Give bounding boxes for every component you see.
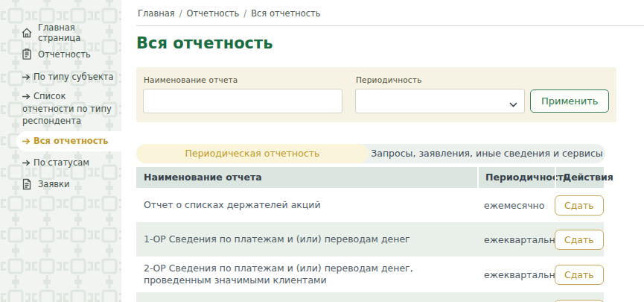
document-icon	[21, 178, 33, 190]
sidebar-item-home[interactable]: Главная страница	[0, 25, 121, 40]
periodicity-label: Периодичность	[356, 75, 525, 84]
table-row: 1-ОР Сведения по платежам и (или) перево…	[136, 222, 604, 257]
breadcrumb-separator: /	[243, 8, 246, 19]
sidebar-item-by-subject-type[interactable]: По типу субъекта	[0, 69, 121, 86]
report-name-field: Наименование отчета	[143, 75, 342, 113]
main-content: Главная / Отчетность / Вся отчетность Вс…	[121, 0, 644, 302]
arrow-right-icon	[22, 136, 31, 148]
apply-button[interactable]: Применить	[530, 89, 609, 113]
sidebar-item-applications[interactable]: Заявки	[0, 177, 121, 192]
sidebar-item-label: Главная страница	[38, 22, 117, 43]
report-periodicity: ежеквартально	[477, 269, 555, 280]
report-periodicity: ежеквартально	[477, 234, 555, 245]
table-header-row: Наименование отчета Периодичность Действ…	[136, 167, 604, 188]
sidebar-item-label: По статусам	[34, 157, 89, 168]
table-row: 2-ОР Сведения по платежам и (или) перево…	[136, 257, 604, 292]
sidebar-nav: Главная страница Отчетность По типу субъ…	[0, 0, 121, 192]
report-name-label: Наименование отчета	[144, 75, 342, 84]
report-name: 2-ОР Сведения по платежам и (или) перево…	[136, 257, 477, 292]
submit-report-button[interactable]: Сдать	[555, 265, 604, 285]
breadcrumb-link-home[interactable]: Главная	[138, 8, 175, 19]
clipboard-icon	[21, 48, 33, 60]
filter-panel: Наименование отчета Периодичность Примен…	[136, 67, 616, 122]
tab-requests-services[interactable]: Запросы, заявления, иные сведения и серв…	[358, 144, 605, 163]
report-name: Отчет о списках держателей акций	[136, 193, 477, 217]
table-row: Опрос банков по кредитованию ежекварталь…	[136, 292, 604, 302]
arrow-right-icon	[22, 157, 31, 169]
breadcrumb-link-reports[interactable]: Отчетность	[187, 8, 240, 19]
report-name: 1-ОР Сведения по платежам и (или) перево…	[136, 227, 477, 251]
report-name-input[interactable]	[143, 89, 342, 113]
sidebar-item-label: Заявки	[38, 179, 70, 189]
breadcrumb-divider	[136, 25, 644, 26]
breadcrumb-current: Вся отчетность	[251, 8, 320, 19]
report-periodicity: ежемесячно	[477, 200, 555, 211]
sidebar-item-by-status[interactable]: По статусам	[0, 154, 121, 172]
table-header-periodicity: Периодичность	[477, 167, 555, 188]
sidebar-item-label: Список отчетности по типу респондента	[22, 91, 112, 126]
sidebar-item-label: Вся отчетность	[34, 136, 109, 146]
periodicity-select[interactable]	[355, 89, 525, 113]
tabs: Периодическая отчетность Запросы, заявле…	[136, 144, 605, 163]
arrow-right-icon	[22, 91, 31, 103]
home-icon	[21, 27, 33, 39]
sidebar-item-reports[interactable]: Отчетность	[0, 47, 121, 62]
submit-report-button[interactable]: Сдать	[555, 195, 604, 216]
chevron-down-icon	[509, 98, 517, 110]
sidebar-item-all-reports[interactable]: Вся отчетность	[16, 131, 121, 151]
reports-table: Наименование отчета Периодичность Действ…	[136, 167, 604, 302]
periodicity-field: Периодичность	[355, 75, 525, 113]
breadcrumb-separator: /	[179, 8, 182, 19]
report-name: Опрос банков по кредитованию	[136, 298, 477, 302]
sidebar-item-label: По типу субъекта	[34, 72, 114, 82]
page-title: Вся отчетность	[136, 34, 644, 53]
tab-periodic-reports[interactable]: Периодическая отчетность	[136, 144, 369, 163]
table-row: Отчет о списках держателей акций ежемеся…	[136, 188, 604, 222]
sidebar: Главная страница Отчетность По типу субъ…	[0, 0, 121, 302]
sidebar-item-list-by-respondent[interactable]: Список отчетности по типу респондента	[0, 88, 121, 129]
sidebar-item-label: Отчетность	[38, 49, 91, 60]
table-header-actions: Действия	[555, 167, 604, 188]
arrow-right-icon	[22, 72, 31, 84]
breadcrumb: Главная / Отчетность / Вся отчетность	[121, 0, 644, 25]
submit-report-button[interactable]: Сдать	[555, 230, 604, 250]
submit-report-button[interactable]: Сдать	[555, 300, 604, 302]
table-header-name: Наименование отчета	[136, 167, 477, 188]
